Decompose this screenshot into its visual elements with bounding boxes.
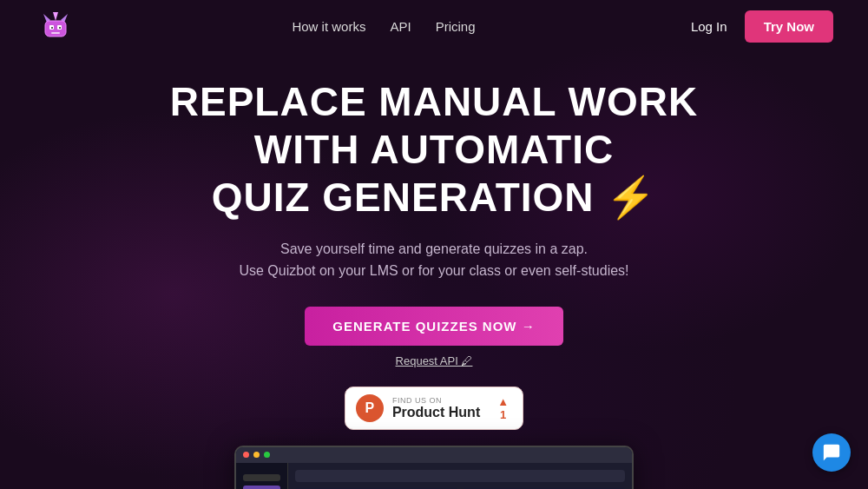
product-hunt-text: FIND US ON Product Hunt [392, 396, 480, 420]
hero-subtitle: Save yourself time and generate quizzes … [0, 238, 868, 282]
login-button[interactable]: Log In [691, 19, 727, 34]
try-now-button[interactable]: Try Now [745, 10, 833, 43]
product-hunt-upvote[interactable]: ▲ 1 [497, 395, 509, 421]
svg-rect-4 [59, 27, 61, 29]
nav-links: How it works API Pricing [292, 19, 475, 34]
nav-api[interactable]: API [390, 19, 411, 34]
generate-quizzes-button[interactable]: GENERATE QUIZZES NOW → [305, 307, 562, 346]
sidebar-item [243, 474, 280, 481]
hero-title: REPLACE MANUAL WORK WITH AUTOMATIC QUIZ … [130, 78, 738, 222]
maximize-dot [264, 452, 270, 458]
product-hunt-badge[interactable]: P FIND US ON Product Hunt ▲ 1 [345, 387, 523, 430]
svg-rect-3 [51, 27, 53, 29]
hero-section: REPLACE MANUAL WORK WITH AUTOMATIC QUIZ … [0, 52, 868, 430]
nav-auth: Log In Try Now [691, 10, 833, 43]
laptop-mockup: Input Output [234, 446, 634, 489]
navbar: How it works API Pricing Log In Try Now [0, 0, 868, 52]
window-bar [236, 447, 632, 463]
logo[interactable] [35, 5, 76, 47]
app-screenshot: Input Output [0, 446, 868, 489]
app-sidebar [236, 463, 288, 489]
url-bar [295, 470, 625, 482]
app-content: Input Output [236, 463, 632, 489]
sidebar-item-active [243, 486, 280, 489]
chat-icon [822, 443, 841, 462]
svg-rect-0 [45, 21, 66, 36]
request-api-link[interactable]: Request API 🖊 [0, 354, 868, 367]
nav-how-it-works[interactable]: How it works [292, 19, 365, 34]
logo-icon [35, 5, 76, 47]
nav-pricing[interactable]: Pricing [436, 19, 476, 34]
app-main: Input Output [288, 463, 632, 489]
product-hunt-logo: P [356, 394, 384, 422]
chat-widget-button[interactable] [812, 433, 851, 472]
close-dot [243, 452, 249, 458]
svg-rect-5 [51, 32, 60, 34]
minimize-dot [253, 452, 260, 458]
